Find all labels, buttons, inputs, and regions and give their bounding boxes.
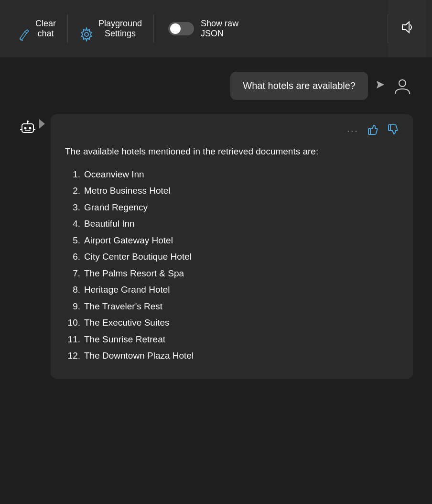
bot-message-row: ··· The available hotels mentioned in th… (19, 114, 413, 379)
hotel-list: 1.Oceanview Inn 2.Metro Business Hotel 3… (65, 166, 399, 364)
raw-json-label: Show raw JSON (201, 19, 238, 39)
toggle-knob (170, 23, 181, 34)
list-item: 7.The Palms Resort & Spa (65, 265, 399, 282)
bot-icon (19, 118, 36, 139)
raw-json-toggle[interactable] (168, 22, 194, 35)
bot-bubble: ··· The available hotels mentioned in th… (51, 114, 413, 379)
svg-marker-12 (39, 119, 45, 129)
list-item: 9.The Traveler's Rest (65, 298, 399, 315)
svg-rect-13 (368, 129, 370, 134)
list-item: 4.Beautiful Inn (65, 216, 399, 232)
show-raw-json-section: Show raw JSON (154, 0, 388, 57)
list-item: 1.Oceanview Inn (65, 166, 399, 183)
playground-settings-label: Playground Settings (98, 19, 142, 39)
user-message-row: What hotels are available? (19, 72, 413, 100)
list-item: 6.City Center Boutique Hotel (65, 249, 399, 265)
user-message-text: What hotels are available? (243, 80, 356, 91)
svg-rect-4 (22, 124, 33, 132)
bot-chevron-icon (38, 114, 46, 132)
list-item: 11.The Sunrise Retreat (65, 331, 399, 348)
svg-marker-2 (377, 81, 384, 88)
list-item: 3.Grand Regency (65, 199, 399, 216)
more-options-button[interactable]: ··· (347, 125, 358, 137)
svg-point-5 (24, 127, 27, 130)
bot-intro-text: The available hotels mentioned in the re… (65, 145, 399, 159)
volume-button[interactable] (388, 0, 426, 57)
svg-point-3 (399, 80, 406, 87)
broom-icon (17, 13, 31, 44)
thumbs-up-button[interactable] (367, 124, 378, 138)
user-avatar (392, 76, 413, 97)
chat-area: What hotels are available? (0, 57, 432, 393)
svg-rect-14 (389, 125, 390, 131)
list-item: 8.Heritage Grand Hotel (65, 282, 399, 298)
svg-point-6 (29, 127, 32, 130)
bot-bubble-header: ··· (65, 124, 399, 138)
svg-point-8 (27, 121, 29, 122)
list-item: 10.The Executive Suites (65, 315, 399, 331)
svg-point-0 (85, 33, 88, 36)
thumbs-down-button[interactable] (387, 124, 399, 138)
send-arrow-icon (375, 79, 385, 93)
list-item: 2.Metro Business Hotel (65, 183, 399, 199)
clear-chat-button[interactable]: Clear chat (6, 0, 67, 57)
list-item: 12.The Downtown Plaza Hotel (65, 348, 399, 364)
list-item: 5.Airport Gateway Hotel (65, 232, 399, 249)
toolbar: Clear chat Playground Settings Show raw … (0, 0, 432, 57)
clear-chat-label: Clear chat (35, 19, 56, 39)
bot-avatar-area (19, 114, 36, 139)
user-bubble: What hotels are available? (230, 72, 368, 100)
volume-icon (400, 21, 414, 37)
gear-icon (79, 12, 94, 45)
playground-settings-button[interactable]: Playground Settings (68, 0, 153, 57)
svg-marker-1 (402, 22, 409, 33)
